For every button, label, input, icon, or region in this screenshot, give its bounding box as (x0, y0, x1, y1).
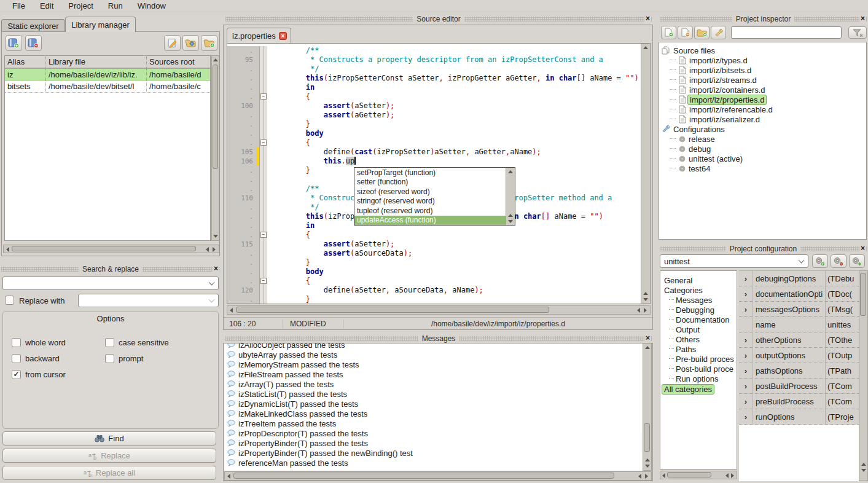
property-row-runoptions[interactable]: ›runOptions(TProje (739, 409, 859, 425)
option-whole-word[interactable]: whole word (12, 334, 105, 350)
tree-file-import-iz-types-d[interactable]: import/iz/types.d (659, 55, 866, 65)
code-line[interactable]: . } (227, 258, 641, 267)
expand-icon[interactable]: › (739, 332, 753, 347)
option-backward[interactable]: backward (12, 350, 105, 366)
tree-config-unittest-active[interactable]: unittest (active) (659, 154, 866, 163)
expand-icon[interactable]: › (739, 409, 753, 424)
code-line[interactable]: . */ (227, 65, 641, 74)
completion-item[interactable]: setPropTarget (function) (354, 168, 506, 178)
message-row[interactable]: izMakeLinkedClass passed the tests (224, 409, 643, 418)
property-row-name[interactable]: nameunittes (739, 317, 859, 332)
tree-source-files[interactable]: Source files (659, 45, 866, 55)
inspector-filter-input[interactable] (731, 26, 842, 39)
code-line[interactable]: . } (227, 295, 641, 304)
message-row[interactable]: izStaticList(T) passed the tests (224, 389, 643, 399)
edit-library-button[interactable] (164, 35, 181, 51)
category-debugging[interactable]: Debugging (660, 305, 737, 315)
categories-hscrollbar[interactable] (660, 471, 737, 479)
tree-file-import-iz-bitsets-d[interactable]: import/iz/bitsets.d (659, 65, 866, 75)
message-row[interactable]: izMemoryStream passed the tests (224, 359, 643, 369)
fold-collapse-icon[interactable]: − (260, 139, 267, 146)
category-post-build-proce[interactable]: Post-build proce (660, 364, 737, 374)
add-source-button[interactable] (661, 26, 676, 39)
library-vscrollbar[interactable] (211, 55, 219, 241)
menu-edit[interactable]: Edit (33, 1, 61, 12)
property-row-documentationopti[interactable]: ›documentationOpti(TDoc( (739, 286, 859, 302)
add-source-folder-button[interactable] (694, 26, 710, 39)
option-prompt[interactable]: prompt (105, 350, 198, 366)
message-row[interactable]: izArray(T) passed the tests (224, 379, 643, 389)
code-line[interactable]: 100 assert(aSetter); (227, 101, 641, 111)
tree-file-import-iz-streams-d[interactable]: import/iz/streams.d (659, 75, 866, 85)
property-row-debugingoptions[interactable]: ›debugingOptions(TDebu (739, 271, 859, 286)
expand-icon[interactable]: › (739, 302, 753, 316)
expand-icon[interactable]: › (739, 363, 753, 378)
add-configuration-button[interactable] (812, 254, 828, 268)
library-hscrollbar[interactable] (3, 245, 219, 253)
expand-icon[interactable]: › (739, 271, 753, 286)
message-row[interactable]: izTreeItem passed the tests (224, 418, 643, 428)
clone-configuration-button[interactable] (849, 254, 865, 268)
menu-window[interactable]: Window (130, 1, 173, 12)
open-library-folder-button[interactable] (182, 35, 199, 51)
code-line[interactable]: 106 this.up (227, 157, 641, 166)
add-folder-button[interactable] (201, 35, 217, 51)
library-row-iz[interactable]: iz/home/basile/dev/iz/lib/iz./home/basil… (5, 68, 210, 80)
property-row-outputoptions[interactable]: ›outputOptions(TOutp (739, 348, 859, 363)
menu-run[interactable]: Run (101, 1, 130, 12)
fold-collapse-icon[interactable]: − (260, 93, 267, 100)
expand-icon[interactable]: › (739, 394, 753, 409)
property-row-pathsoptions[interactable]: ›pathsOptions(TPath (739, 363, 859, 379)
property-grid-vscrollbar[interactable] (859, 270, 868, 481)
close-icon[interactable]: × (859, 244, 866, 253)
property-row-prebuildprocess[interactable]: ›preBuildProcess(TCom (739, 394, 859, 409)
messages-vscrollbar[interactable] (643, 344, 652, 471)
code-line[interactable]: .− { (227, 92, 641, 101)
code-line[interactable]: .− { (227, 230, 641, 240)
tab-static-explorer[interactable]: Static explorer (1, 19, 65, 32)
library-table-header[interactable]: AliasLibrary fileSources root (5, 56, 210, 68)
tree-file-import-iz-containers-d[interactable]: import/iz/containers.d (659, 85, 866, 95)
replace-button[interactable]: ab Replace (2, 449, 216, 463)
category-others[interactable]: Others (660, 334, 737, 344)
tree-config-test64[interactable]: test64 (659, 163, 866, 173)
completion-item[interactable]: setter (function) (354, 178, 506, 187)
tree-file-import-iz-serializer-d[interactable]: import/iz/serializer.d (659, 114, 866, 124)
col-alias[interactable]: Alias (5, 56, 45, 68)
category-messages[interactable]: Messages (660, 295, 737, 305)
tree-config-release[interactable]: release (659, 134, 866, 144)
property-row-postbuildprocess[interactable]: ›postBuildProcess(TCom (739, 379, 859, 394)
code-line[interactable]: 120 define(aSetter, aSourceData, aName); (227, 286, 641, 295)
fold-collapse-icon[interactable]: − (260, 232, 267, 238)
close-icon[interactable]: × (213, 264, 219, 273)
col-sources-root[interactable]: Sources root (146, 56, 210, 68)
code-line[interactable]: .− { (227, 138, 641, 147)
option-case-sensitive[interactable]: case sensitive (105, 334, 198, 350)
category-documentation[interactable]: Documentation (660, 315, 737, 324)
code-line[interactable]: . assert(aSourceData); (227, 249, 641, 258)
menu-project[interactable]: Project (61, 1, 100, 12)
code-line[interactable]: .− { (227, 277, 641, 286)
messages-hscrollbar[interactable] (224, 471, 652, 481)
editor-hscrollbar[interactable] (227, 305, 651, 315)
message-row[interactable]: referenceMan passed the tests (224, 458, 643, 468)
code-line[interactable]: . body (227, 267, 641, 277)
message-row[interactable]: izPropertyBinder(T) passed the newBindin… (224, 448, 643, 458)
completion-item[interactable]: stringof (reserved word) (354, 197, 506, 206)
message-row[interactable]: izPropDescriptor(T) passed the tests (224, 428, 643, 438)
category-run-options[interactable]: Run options (660, 374, 737, 383)
find-button[interactable]: Find (2, 431, 216, 446)
expand-icon[interactable]: › (739, 286, 753, 301)
code-line[interactable]: . } (227, 120, 641, 129)
option-from-cursor[interactable]: ✓from cursor (12, 366, 105, 382)
code-line[interactable]: 95 * Constructs a property descriptor fr… (227, 55, 641, 65)
completion-item[interactable]: updateAccess (function) (354, 216, 506, 226)
replace-input[interactable] (78, 294, 219, 307)
code-line[interactable]: . this(izPropSetterConst aSetter, izProp… (227, 74, 641, 83)
code-line[interactable]: . /** (227, 46, 641, 55)
expand-icon[interactable]: › (739, 379, 753, 393)
col-library-file[interactable]: Library file (45, 56, 146, 68)
code-line[interactable]: 115 assert(aSetter); (227, 240, 641, 249)
editor-vscrollbar[interactable] (641, 44, 650, 304)
code-line[interactable]: . in (227, 83, 641, 92)
